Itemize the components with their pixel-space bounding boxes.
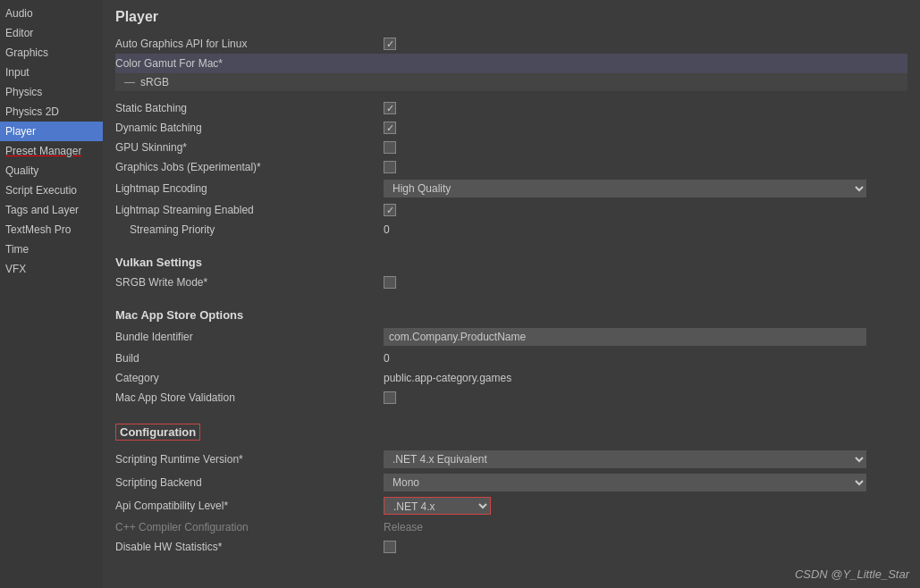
sidebar-item-player[interactable]: Player bbox=[0, 122, 103, 141]
disable-hw-row: Disable HW Statistics* bbox=[115, 537, 907, 557]
scripting-runtime-dropdown[interactable]: .NET 4.x Equivalent bbox=[384, 450, 866, 468]
cpp-compiler-value: Release bbox=[384, 521, 423, 533]
cpp-compiler-label: C++ Compiler Configuration bbox=[115, 521, 384, 533]
lightmap-streaming-label: Lightmap Streaming Enabled bbox=[115, 204, 384, 216]
mac-validation-row: Mac App Store Validation bbox=[115, 388, 907, 407]
graphics-jobs-row: Graphics Jobs (Experimental)* bbox=[115, 157, 907, 177]
mac-validation-checkbox[interactable] bbox=[384, 391, 396, 404]
category-row: Category public.app-category.games bbox=[115, 368, 907, 388]
sidebar-item-physics2d[interactable]: Physics 2D bbox=[0, 102, 103, 122]
scripting-runtime-row: Scripting Runtime Version* .NET 4.x Equi… bbox=[115, 448, 907, 471]
sidebar-item-scriptexec[interactable]: Script Executio bbox=[0, 181, 103, 200]
static-batching-row: Static Batching bbox=[115, 98, 907, 118]
category-label: Category bbox=[115, 372, 384, 384]
sidebar-item-physics[interactable]: Physics bbox=[0, 82, 103, 102]
dynamic-batching-row: Dynamic Batching bbox=[115, 118, 907, 138]
static-batching-checkbox[interactable] bbox=[384, 102, 396, 114]
main-content: Player Auto Graphics API for Linux Color… bbox=[103, 0, 920, 588]
mac-app-section-title: Mac App Store Options bbox=[115, 308, 907, 322]
srgb-write-label: SRGB Write Mode* bbox=[115, 276, 384, 289]
lightmap-encoding-label: Lightmap Encoding bbox=[115, 182, 384, 195]
streaming-priority-value: 0 bbox=[384, 223, 390, 236]
bundle-id-field[interactable] bbox=[384, 328, 866, 346]
gpu-skinning-checkbox[interactable] bbox=[384, 141, 396, 154]
color-gamut-row: Color Gamut For Mac* bbox=[115, 54, 907, 73]
scripting-backend-dropdown[interactable]: Mono bbox=[384, 474, 866, 491]
static-batching-label: Static Batching bbox=[115, 102, 384, 114]
vulkan-section-title: Vulkan Settings bbox=[115, 256, 907, 269]
auto-graphics-label: Auto Graphics API for Linux bbox=[115, 38, 384, 50]
lightmap-streaming-row: Lightmap Streaming Enabled bbox=[115, 200, 907, 220]
srgb-write-row: SRGB Write Mode* bbox=[115, 273, 907, 292]
sidebar-item-time[interactable]: Time bbox=[0, 239, 103, 259]
gpu-skinning-row: GPU Skinning* bbox=[115, 138, 907, 157]
gpu-skinning-label: GPU Skinning* bbox=[115, 141, 384, 154]
sidebar-item-preset[interactable]: Preset Manager bbox=[0, 141, 103, 161]
graphics-jobs-label: Graphics Jobs (Experimental)* bbox=[115, 161, 384, 173]
sidebar-item-vfx[interactable]: VFX bbox=[0, 259, 103, 279]
api-compat-dropdown[interactable]: .NET 4.x bbox=[384, 497, 491, 515]
lightmap-encoding-row: Lightmap Encoding High Quality bbox=[115, 177, 907, 200]
sidebar-item-quality[interactable]: Quality bbox=[0, 161, 103, 181]
bundle-id-row: Bundle Identifier bbox=[115, 325, 907, 349]
streaming-priority-row: Streaming Priority 0 bbox=[115, 220, 907, 239]
api-compat-row: Api Compatibility Level* .NET 4.x bbox=[115, 494, 907, 517]
mac-validation-label: Mac App Store Validation bbox=[115, 391, 384, 404]
sidebar-item-tags[interactable]: Tags and Layer bbox=[0, 200, 103, 220]
sidebar: Audio Editor Graphics Input Physics Phys… bbox=[0, 0, 103, 588]
disable-hw-checkbox[interactable] bbox=[384, 541, 396, 553]
dynamic-batching-label: Dynamic Batching bbox=[115, 122, 384, 134]
scripting-runtime-label: Scripting Runtime Version* bbox=[115, 453, 384, 466]
build-value: 0 bbox=[384, 352, 390, 365]
srgb-value: sRGB bbox=[140, 76, 169, 88]
cpp-compiler-row: C++ Compiler Configuration Release bbox=[115, 517, 907, 537]
sidebar-item-graphics[interactable]: Graphics bbox=[0, 43, 103, 63]
sidebar-item-audio[interactable]: Audio bbox=[0, 4, 103, 23]
srgb-write-checkbox[interactable] bbox=[384, 276, 396, 289]
scripting-backend-label: Scripting Backend bbox=[115, 476, 384, 489]
api-compat-label: Api Compatibility Level* bbox=[115, 500, 384, 512]
streaming-priority-label: Streaming Priority bbox=[115, 223, 384, 236]
graphics-jobs-checkbox[interactable] bbox=[384, 161, 396, 173]
page-title: Player bbox=[115, 9, 907, 25]
config-section-title: Configuration bbox=[115, 424, 200, 441]
scripting-backend-row: Scripting Backend Mono bbox=[115, 471, 907, 494]
sidebar-item-textmesh[interactable]: TextMesh Pro bbox=[0, 220, 103, 239]
sidebar-item-input[interactable]: Input bbox=[0, 63, 103, 82]
bundle-id-label: Bundle Identifier bbox=[115, 331, 384, 343]
build-row: Build 0 bbox=[115, 349, 907, 368]
lightmap-encoding-dropdown[interactable]: High Quality bbox=[384, 180, 866, 197]
build-label: Build bbox=[115, 352, 384, 365]
auto-graphics-checkbox[interactable] bbox=[384, 38, 396, 50]
dynamic-batching-checkbox[interactable] bbox=[384, 122, 396, 134]
auto-graphics-row: Auto Graphics API for Linux bbox=[115, 34, 907, 54]
disable-hw-label: Disable HW Statistics* bbox=[115, 541, 384, 553]
lightmap-streaming-checkbox[interactable] bbox=[384, 204, 396, 216]
srgb-dash: — bbox=[124, 76, 135, 88]
category-value: public.app-category.games bbox=[384, 372, 511, 384]
color-gamut-label: Color Gamut For Mac* bbox=[115, 57, 384, 70]
srgb-row: — sRGB bbox=[115, 73, 907, 91]
sidebar-item-editor[interactable]: Editor bbox=[0, 23, 103, 43]
watermark: CSDN @Y_Little_Star bbox=[795, 567, 909, 581]
